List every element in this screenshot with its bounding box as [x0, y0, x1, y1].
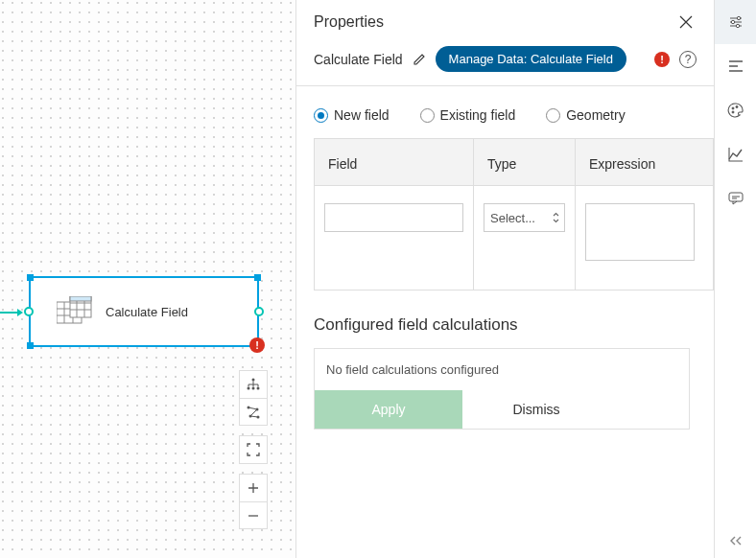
node-label: Calculate Field	[106, 305, 188, 319]
expression-input[interactable]	[585, 203, 695, 261]
dock-style-button[interactable]	[715, 88, 757, 132]
svg-point-22	[731, 20, 734, 23]
svg-point-24	[732, 107, 734, 109]
zoom-out-button[interactable]	[240, 501, 267, 528]
radio-new-field[interactable]: New field	[314, 107, 390, 123]
dock-properties-button[interactable]	[715, 0, 757, 44]
dock-align-button[interactable]	[715, 44, 757, 88]
panel-title: Properties	[314, 13, 384, 31]
error-badge-icon: !	[249, 337, 265, 353]
calculate-field-icon	[56, 292, 94, 331]
rename-button[interactable]	[413, 53, 426, 66]
layout-network-button[interactable]	[240, 398, 267, 425]
input-connector-arrow	[0, 309, 23, 316]
selection-handle[interactable]	[254, 274, 261, 281]
svg-point-16	[257, 387, 260, 390]
chevron-updown-icon	[552, 212, 560, 223]
svg-point-14	[248, 387, 250, 390]
chat-icon	[727, 190, 744, 207]
radio-label: Existing field	[440, 107, 516, 123]
output-port[interactable]	[254, 307, 264, 316]
zoom-in-button[interactable]	[240, 475, 267, 501]
error-indicator-icon[interactable]: !	[654, 52, 670, 67]
selection-handle[interactable]	[27, 274, 34, 281]
close-panel-button[interactable]	[675, 13, 697, 31]
fit-extent-button[interactable]	[240, 436, 267, 463]
radio-label: New field	[334, 107, 390, 123]
configured-calculations-box: No field calculations configured Apply D…	[314, 348, 690, 430]
svg-marker-1	[17, 309, 23, 316]
svg-point-25	[736, 106, 738, 108]
svg-point-21	[737, 16, 740, 19]
field-name-input[interactable]	[324, 203, 463, 232]
palette-icon	[727, 102, 744, 119]
svg-point-15	[252, 387, 255, 390]
column-header-expression: Expression	[576, 139, 704, 185]
properties-panel: Properties Calculate Field Manage Data: …	[295, 0, 714, 558]
model-canvas[interactable]: Calculate Field !	[0, 0, 295, 558]
input-port[interactable]	[24, 307, 34, 316]
sliders-icon	[727, 13, 744, 31]
column-header-type: Type	[474, 139, 576, 185]
canvas-node-calculate-field[interactable]: Calculate Field !	[29, 276, 259, 347]
field-type-select[interactable]: Select...	[484, 203, 565, 232]
radio-geometry[interactable]: Geometry	[546, 107, 625, 123]
column-header-field: Field	[315, 139, 474, 185]
radio-existing-field[interactable]: Existing field	[420, 107, 516, 123]
layout-tree-button[interactable]	[240, 371, 267, 398]
chevrons-left-icon	[728, 536, 744, 546]
dock-messages-button[interactable]	[715, 176, 757, 221]
right-dock	[714, 0, 756, 558]
dock-chart-button[interactable]	[715, 132, 757, 176]
chart-line-icon	[727, 146, 744, 163]
help-button[interactable]: ?	[679, 51, 697, 68]
svg-point-13	[252, 379, 255, 382]
selection-handle[interactable]	[27, 342, 34, 349]
tool-title: Calculate Field	[314, 52, 403, 67]
align-icon	[727, 58, 744, 75]
svg-rect-12	[70, 296, 91, 301]
configured-empty-message: No field calculations configured	[315, 349, 689, 390]
field-definition-table: Field Type Expression Select...	[314, 138, 714, 291]
select-value: Select...	[490, 211, 535, 225]
dismiss-button[interactable]: Dismiss	[462, 390, 610, 429]
configured-section-title: Configured field calculations	[314, 315, 714, 335]
radio-label: Geometry	[566, 107, 625, 123]
svg-point-26	[732, 111, 734, 113]
collapse-dock-button[interactable]	[715, 523, 757, 558]
tool-category-chip[interactable]: Manage Data: Calculate Field	[436, 46, 626, 72]
apply-button[interactable]: Apply	[315, 390, 462, 429]
svg-point-23	[736, 24, 739, 27]
